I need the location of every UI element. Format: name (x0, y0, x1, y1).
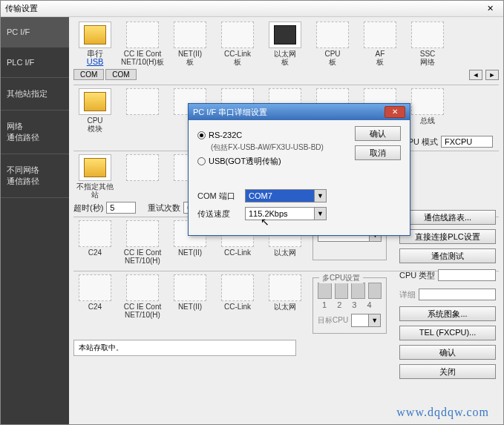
cpu-module-icon (84, 92, 106, 111)
dialog-titlebar: PC I/F 串口详细设置 ✕ (189, 104, 410, 120)
ok-button[interactable]: 确认 (399, 345, 496, 360)
plcif-bus[interactable]: 总线 (406, 88, 449, 133)
com-port-label: COM 端口 (197, 191, 242, 202)
sidebar-item-plc-if[interactable]: PLC I/F (1, 47, 69, 78)
watermark: www.dqdqw.com (396, 406, 489, 419)
net2-netii[interactable]: NET(II) (168, 274, 212, 334)
dialog-cancel-button[interactable]: 取消 (355, 145, 401, 160)
net1-ccie[interactable]: CC IE Cont NET/10(H) (121, 220, 164, 265)
detail-field[interactable] (419, 289, 496, 300)
transfer-settings-window: 传输设置 ✕ PC I/F PLC I/F 其他站指定 网络 通信路径 不同网络… (0, 0, 504, 425)
nav-left-icon[interactable]: ◄ (469, 70, 482, 80)
sidebar-item-diff-network-path[interactable]: 不同网络 通信路径 (1, 154, 69, 198)
sidebar: PC I/F PLC I/F 其他站指定 网络 通信路径 不同网络 通信路径 (1, 17, 69, 424)
timeout-label: 超时(秒) (73, 202, 103, 214)
pcif-cpu[interactable]: CPU 板 (311, 22, 354, 66)
tab-com-1[interactable]: COM (73, 69, 104, 80)
cpu-type-field[interactable] (438, 269, 496, 281)
net2-c24[interactable]: C24 (73, 274, 117, 334)
sidebar-item-pc-if[interactable]: PC I/F (1, 17, 69, 47)
pcif-af[interactable]: AF 板 (359, 22, 402, 66)
pcif-serial-usb[interactable]: 串行USB (73, 22, 117, 66)
net2-ccie[interactable]: CC IE Cont NET/10(H) (121, 274, 164, 334)
comm-route-table-button[interactable]: 通信线路表... (399, 210, 496, 225)
close-button[interactable]: 关闭 (399, 364, 496, 379)
comm-test-button[interactable]: 通信测试 (399, 248, 496, 263)
pcif-ssc[interactable]: SSC 网络 (406, 22, 449, 66)
main-panel: 串行USB CC IE Cont NET/10(H)板 NET(II) 板 CC… (69, 17, 503, 424)
chevron-down-icon: ▼ (314, 208, 326, 220)
plcif-cpu-module[interactable]: CPU 模块 (73, 88, 117, 133)
other-station-icon[interactable]: 不指定其他站 (73, 154, 117, 199)
status-bar: 本站存取中。 (73, 340, 296, 356)
tabbar: COM COM ◄ ► (73, 69, 499, 80)
dialog-ok-button[interactable]: 确认 (355, 126, 401, 141)
chevron-down-icon: ▼ (314, 190, 326, 202)
pcif-netii[interactable]: NET(II) 板 (168, 22, 212, 66)
dialog-close-icon[interactable]: ✕ (384, 106, 405, 118)
right-button-column: 通信线路表... 直接连接PLC设置 通信测试 CPU 类型 详细 系统图象..… (399, 210, 496, 379)
nav-right-icon[interactable]: ► (485, 70, 499, 80)
serial-detail-dialog: PC I/F 串口详细设置 ✕ 确认 取消 RS-232C (包括FX-USB-… (188, 103, 410, 236)
pcif-ethernet[interactable]: 以太网 板 (264, 22, 307, 66)
dialog-title: PC I/F 串口详细设置 (193, 107, 384, 118)
close-icon[interactable]: ✕ (481, 4, 499, 13)
speed-label: 传送速度 (197, 208, 242, 220)
direct-plc-button[interactable]: 直接连接PLC设置 (399, 229, 496, 244)
chevron-down-icon: ▼ (368, 314, 380, 326)
net1-c24[interactable]: C24 (73, 220, 117, 265)
tel-fxcpu-button[interactable]: TEL (FXCPU)... (399, 326, 496, 340)
target-cpu-label: 目标CPU (318, 315, 348, 326)
multi-cpu-3[interactable] (351, 283, 365, 299)
net2-cclink[interactable]: CC-Link (216, 274, 259, 334)
diff-network-path-row: C24 CC IE Cont NET/10(H) NET(II) CC-Link… (73, 274, 307, 334)
target-cpu-combo[interactable]: ▼ (351, 314, 381, 327)
system-image-button[interactable]: 系统图象... (399, 306, 496, 321)
sidebar-item-network-path[interactable]: 网络 通信路径 (1, 111, 69, 154)
multi-cpu-2[interactable] (335, 283, 349, 299)
timeout-input[interactable]: 5 (106, 202, 136, 214)
com-port-combo[interactable]: COM7 ▼ (245, 189, 327, 202)
retry-label: 重试次数 (148, 202, 180, 214)
net2-ethernet[interactable]: 以太网 (264, 274, 307, 334)
window-title: 传输设置 (5, 3, 481, 14)
station-icon (84, 158, 106, 177)
cpu-mode-value[interactable]: FXCPU (441, 136, 493, 148)
multi-cpu-1[interactable] (318, 283, 332, 299)
tab-com-2[interactable]: COM (105, 69, 136, 80)
titlebar: 传输设置 ✕ (1, 1, 503, 17)
ethernet-icon (274, 25, 296, 45)
speed-combo[interactable]: 115.2Kbps ▼ (245, 207, 327, 220)
pcif-cclink[interactable]: CC-Link 板 (216, 22, 259, 66)
radio-icon (197, 131, 206, 139)
plcif-slot-2[interactable] (121, 88, 164, 133)
sidebar-item-other-station[interactable]: 其他站指定 (1, 78, 69, 111)
pcif-ccie[interactable]: CC IE Cont NET/10(H)板 (121, 22, 164, 66)
serial-usb-icon (84, 25, 106, 45)
pcif-icon-row: 串行USB CC IE Cont NET/10(H)板 NET(II) 板 CC… (73, 22, 499, 66)
multi-cpu-group: 多CPU设置 1 2 3 4 目标CPU (312, 277, 387, 334)
multi-cpu-4[interactable] (368, 283, 382, 299)
radio-icon (197, 157, 206, 165)
